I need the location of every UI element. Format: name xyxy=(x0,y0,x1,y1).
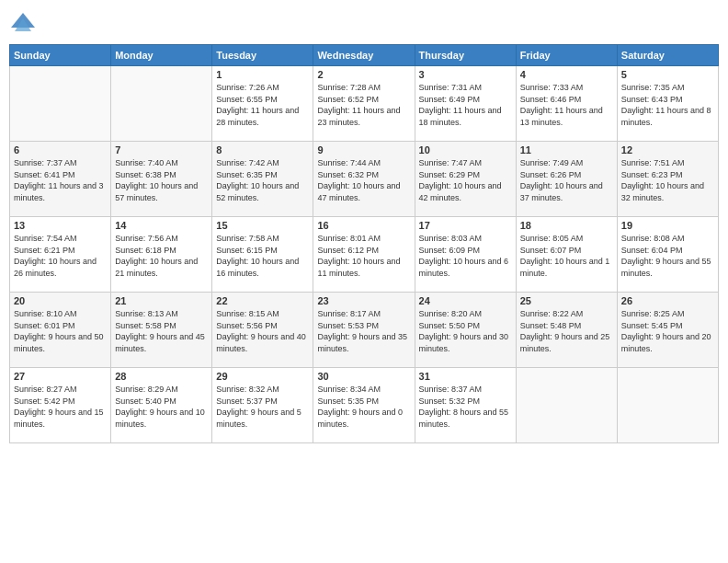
header-row: SundayMondayTuesdayWednesdayThursdayFrid… xyxy=(10,45,719,66)
day-number: 30 xyxy=(317,371,410,382)
day-number: 1 xyxy=(216,69,309,80)
day-info: Sunrise: 7:49 AMSunset: 6:26 PMDaylight:… xyxy=(520,157,613,203)
calendar-cell: 6Sunrise: 7:37 AMSunset: 6:41 PMDaylight… xyxy=(10,142,111,217)
day-number: 31 xyxy=(419,371,512,382)
calendar-cell xyxy=(111,66,212,142)
calendar-cell: 11Sunrise: 7:49 AMSunset: 6:26 PMDayligh… xyxy=(516,142,617,217)
day-header-tuesday: Tuesday xyxy=(212,45,313,66)
calendar-cell: 24Sunrise: 8:20 AMSunset: 5:50 PMDayligh… xyxy=(415,293,516,368)
calendar-cell: 17Sunrise: 8:03 AMSunset: 6:09 PMDayligh… xyxy=(415,217,516,293)
day-number: 21 xyxy=(115,295,208,306)
day-number: 17 xyxy=(419,220,512,231)
calendar-cell: 20Sunrise: 8:10 AMSunset: 6:01 PMDayligh… xyxy=(10,293,111,368)
day-info: Sunrise: 7:35 AMSunset: 6:43 PMDaylight:… xyxy=(621,82,714,128)
calendar-cell xyxy=(10,66,111,142)
logo xyxy=(9,9,40,37)
day-number: 14 xyxy=(115,220,208,231)
calendar-cell: 3Sunrise: 7:31 AMSunset: 6:49 PMDaylight… xyxy=(415,66,516,142)
calendar-cell: 7Sunrise: 7:40 AMSunset: 6:38 PMDaylight… xyxy=(111,142,212,217)
day-number: 19 xyxy=(621,220,714,231)
day-info: Sunrise: 7:54 AMSunset: 6:21 PMDaylight:… xyxy=(14,233,107,279)
calendar-cell: 29Sunrise: 8:32 AMSunset: 5:37 PMDayligh… xyxy=(212,368,313,443)
calendar-cell: 8Sunrise: 7:42 AMSunset: 6:35 PMDaylight… xyxy=(212,142,313,217)
day-info: Sunrise: 8:32 AMSunset: 5:37 PMDaylight:… xyxy=(216,384,309,430)
logo-icon xyxy=(9,9,37,37)
day-header-thursday: Thursday xyxy=(415,45,516,66)
day-info: Sunrise: 8:29 AMSunset: 5:40 PMDaylight:… xyxy=(115,384,208,430)
day-number: 10 xyxy=(419,144,512,155)
day-info: Sunrise: 7:58 AMSunset: 6:15 PMDaylight:… xyxy=(216,233,309,279)
day-number: 3 xyxy=(419,69,512,80)
day-number: 22 xyxy=(216,295,309,306)
day-header-wednesday: Wednesday xyxy=(313,45,415,66)
calendar-cell: 4Sunrise: 7:33 AMSunset: 6:46 PMDaylight… xyxy=(516,66,617,142)
day-number: 7 xyxy=(115,144,208,155)
day-info: Sunrise: 7:42 AMSunset: 6:35 PMDaylight:… xyxy=(216,157,309,203)
week-row-1: 1Sunrise: 7:26 AMSunset: 6:55 PMDaylight… xyxy=(10,66,719,142)
week-row-2: 6Sunrise: 7:37 AMSunset: 6:41 PMDaylight… xyxy=(10,142,719,217)
day-info: Sunrise: 8:13 AMSunset: 5:58 PMDaylight:… xyxy=(115,308,208,354)
calendar-cell: 9Sunrise: 7:44 AMSunset: 6:32 PMDaylight… xyxy=(313,142,415,217)
day-info: Sunrise: 7:51 AMSunset: 6:23 PMDaylight:… xyxy=(621,157,714,203)
day-number: 11 xyxy=(520,144,613,155)
day-info: Sunrise: 7:26 AMSunset: 6:55 PMDaylight:… xyxy=(216,82,309,128)
day-info: Sunrise: 7:56 AMSunset: 6:18 PMDaylight:… xyxy=(115,233,208,279)
week-row-5: 27Sunrise: 8:27 AMSunset: 5:42 PMDayligh… xyxy=(10,368,719,443)
calendar-cell: 21Sunrise: 8:13 AMSunset: 5:58 PMDayligh… xyxy=(111,293,212,368)
day-info: Sunrise: 8:15 AMSunset: 5:56 PMDaylight:… xyxy=(216,308,309,354)
day-header-saturday: Saturday xyxy=(617,45,718,66)
day-info: Sunrise: 8:05 AMSunset: 6:07 PMDaylight:… xyxy=(520,233,613,279)
day-info: Sunrise: 8:27 AMSunset: 5:42 PMDaylight:… xyxy=(14,384,107,430)
calendar-cell: 26Sunrise: 8:25 AMSunset: 5:45 PMDayligh… xyxy=(617,293,718,368)
day-header-sunday: Sunday xyxy=(10,45,111,66)
day-info: Sunrise: 8:10 AMSunset: 6:01 PMDaylight:… xyxy=(14,308,107,354)
day-number: 5 xyxy=(621,69,714,80)
day-number: 9 xyxy=(317,144,410,155)
day-number: 26 xyxy=(621,295,714,306)
calendar-cell: 12Sunrise: 7:51 AMSunset: 6:23 PMDayligh… xyxy=(617,142,718,217)
calendar-cell: 10Sunrise: 7:47 AMSunset: 6:29 PMDayligh… xyxy=(415,142,516,217)
day-number: 12 xyxy=(621,144,714,155)
calendar-cell: 1Sunrise: 7:26 AMSunset: 6:55 PMDaylight… xyxy=(212,66,313,142)
day-number: 18 xyxy=(520,220,613,231)
day-number: 8 xyxy=(216,144,309,155)
calendar-cell: 30Sunrise: 8:34 AMSunset: 5:35 PMDayligh… xyxy=(313,368,415,443)
calendar-cell: 18Sunrise: 8:05 AMSunset: 6:07 PMDayligh… xyxy=(516,217,617,293)
day-info: Sunrise: 8:08 AMSunset: 6:04 PMDaylight:… xyxy=(621,233,714,279)
day-info: Sunrise: 8:34 AMSunset: 5:35 PMDaylight:… xyxy=(317,384,410,430)
day-number: 27 xyxy=(14,371,107,382)
calendar-cell: 22Sunrise: 8:15 AMSunset: 5:56 PMDayligh… xyxy=(212,293,313,368)
header xyxy=(9,9,719,37)
calendar-cell xyxy=(516,368,617,443)
day-number: 29 xyxy=(216,371,309,382)
calendar-cell: 23Sunrise: 8:17 AMSunset: 5:53 PMDayligh… xyxy=(313,293,415,368)
day-info: Sunrise: 7:33 AMSunset: 6:46 PMDaylight:… xyxy=(520,82,613,128)
calendar-cell: 25Sunrise: 8:22 AMSunset: 5:48 PMDayligh… xyxy=(516,293,617,368)
calendar-cell: 31Sunrise: 8:37 AMSunset: 5:32 PMDayligh… xyxy=(415,368,516,443)
calendar-cell xyxy=(617,368,718,443)
day-info: Sunrise: 7:40 AMSunset: 6:38 PMDaylight:… xyxy=(115,157,208,203)
calendar-cell: 5Sunrise: 7:35 AMSunset: 6:43 PMDaylight… xyxy=(617,66,718,142)
day-info: Sunrise: 7:47 AMSunset: 6:29 PMDaylight:… xyxy=(419,157,512,203)
day-header-monday: Monday xyxy=(111,45,212,66)
day-info: Sunrise: 8:20 AMSunset: 5:50 PMDaylight:… xyxy=(419,308,512,354)
day-number: 24 xyxy=(419,295,512,306)
day-info: Sunrise: 7:37 AMSunset: 6:41 PMDaylight:… xyxy=(14,157,107,203)
calendar-table: SundayMondayTuesdayWednesdayThursdayFrid… xyxy=(9,44,719,443)
day-info: Sunrise: 8:03 AMSunset: 6:09 PMDaylight:… xyxy=(419,233,512,279)
week-row-4: 20Sunrise: 8:10 AMSunset: 6:01 PMDayligh… xyxy=(10,293,719,368)
calendar-cell: 2Sunrise: 7:28 AMSunset: 6:52 PMDaylight… xyxy=(313,66,415,142)
day-number: 28 xyxy=(115,371,208,382)
page: SundayMondayTuesdayWednesdayThursdayFrid… xyxy=(0,0,728,563)
day-number: 20 xyxy=(14,295,107,306)
day-number: 16 xyxy=(317,220,410,231)
day-info: Sunrise: 8:22 AMSunset: 5:48 PMDaylight:… xyxy=(520,308,613,354)
day-info: Sunrise: 7:31 AMSunset: 6:49 PMDaylight:… xyxy=(419,82,512,128)
calendar-cell: 19Sunrise: 8:08 AMSunset: 6:04 PMDayligh… xyxy=(617,217,718,293)
day-number: 6 xyxy=(14,144,107,155)
calendar-cell: 16Sunrise: 8:01 AMSunset: 6:12 PMDayligh… xyxy=(313,217,415,293)
day-info: Sunrise: 8:17 AMSunset: 5:53 PMDaylight:… xyxy=(317,308,410,354)
day-number: 2 xyxy=(317,69,410,80)
calendar-cell: 28Sunrise: 8:29 AMSunset: 5:40 PMDayligh… xyxy=(111,368,212,443)
week-row-3: 13Sunrise: 7:54 AMSunset: 6:21 PMDayligh… xyxy=(10,217,719,293)
